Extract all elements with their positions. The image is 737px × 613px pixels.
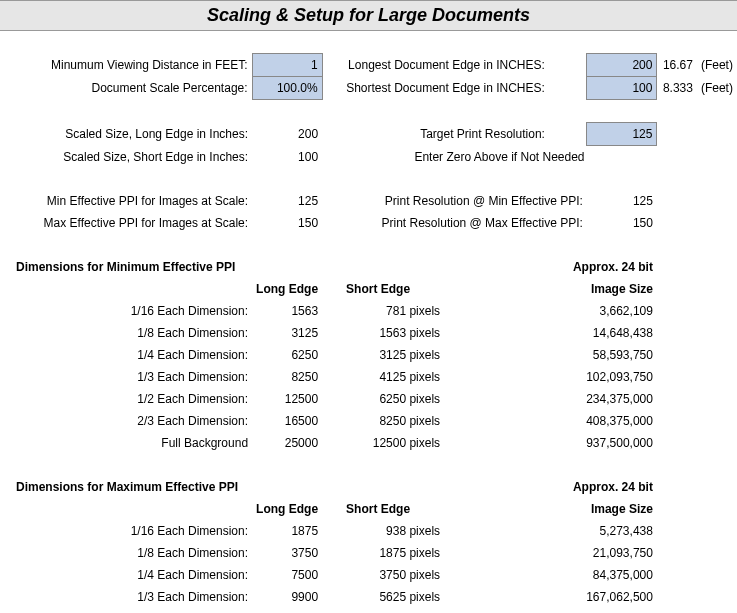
long-value: 3750 xyxy=(252,542,322,564)
table-row: 1/16 Each Dimension:1563781 pixels3,662,… xyxy=(0,300,737,322)
dim-label: 1/8 Each Dimension: xyxy=(12,322,252,344)
scaled-long-value: 200 xyxy=(252,123,322,146)
approx-header: Approx. 24 bit xyxy=(549,476,657,498)
long-value: 7500 xyxy=(252,564,322,586)
long-value: 8250 xyxy=(252,366,322,388)
image-size-value: 234,375,000 xyxy=(549,388,657,410)
table-row: 1/8 Each Dimension:31251563 pixels14,648… xyxy=(0,322,737,344)
dim-label: 1/4 Each Dimension: xyxy=(12,344,252,366)
image-size-value: 937,500,000 xyxy=(549,432,657,454)
approx-header: Approx. 24 bit xyxy=(549,256,657,278)
short-edge-header: Short Edge xyxy=(342,278,549,300)
table-row: 1/4 Each Dimension:75003750 pixels84,375… xyxy=(0,564,737,586)
long-value: 25000 xyxy=(252,432,322,454)
scaled-long-label: Scaled Size, Long Edge in Inches: xyxy=(12,123,252,146)
image-size-value: 84,375,000 xyxy=(549,564,657,586)
long-value: 16500 xyxy=(252,410,322,432)
short-cell: 3125 pixels xyxy=(342,344,549,366)
print-min-label: Print Resolution @ Min Effective PPI: xyxy=(342,190,587,212)
short-cell: 1875 pixels xyxy=(342,542,549,564)
image-size-value: 337,500,000 xyxy=(549,608,657,613)
longest-edge-feet: 16.67 xyxy=(657,54,697,77)
min-view-dist-input[interactable]: 1 xyxy=(252,54,322,77)
min-ppi-value: 125 xyxy=(252,190,322,212)
dim-label: 1/2 Each Dimension: xyxy=(12,608,252,613)
image-size-header: Image Size xyxy=(549,278,657,300)
dim-label: 1/16 Each Dimension: xyxy=(12,300,252,322)
scaled-short-label: Scaled Size, Short Edge in Inches: xyxy=(12,146,252,169)
doc-scale-input[interactable]: 100.0% xyxy=(252,77,322,100)
print-min-value: 125 xyxy=(587,190,657,212)
short-cell: 6250 pixels xyxy=(342,388,549,410)
long-edge-header: Long Edge xyxy=(252,498,322,520)
target-res-input[interactable]: 125 xyxy=(587,123,657,146)
short-cell: 938 pixels xyxy=(342,520,549,542)
feet-unit-2: (Feet) xyxy=(697,77,737,100)
long-value: 1875 xyxy=(252,520,322,542)
long-value: 12500 xyxy=(252,388,322,410)
dim-label: 1/8 Each Dimension: xyxy=(12,542,252,564)
image-size-value: 102,093,750 xyxy=(549,366,657,388)
page-title: Scaling & Setup for Large Documents xyxy=(0,1,737,31)
image-size-value: 408,375,000 xyxy=(549,410,657,432)
long-value: 1563 xyxy=(252,300,322,322)
long-value: 15000 xyxy=(252,608,322,613)
shortest-edge-input[interactable]: 100 xyxy=(587,77,657,100)
section-title: Dimensions for Minimum Effective PPI xyxy=(12,256,252,278)
short-cell: 5625 pixels xyxy=(342,586,549,608)
short-cell: 781 pixels xyxy=(342,300,549,322)
image-size-value: 167,062,500 xyxy=(549,586,657,608)
short-cell: 4125 pixels xyxy=(342,366,549,388)
long-value: 3125 xyxy=(252,322,322,344)
image-size-header: Image Size xyxy=(549,498,657,520)
dim-label: 1/2 Each Dimension: xyxy=(12,388,252,410)
image-size-value: 14,648,438 xyxy=(549,322,657,344)
dim-label: 1/16 Each Dimension: xyxy=(12,520,252,542)
dim-label: 1/3 Each Dimension: xyxy=(12,366,252,388)
shortest-edge-feet: 8.333 xyxy=(657,77,697,100)
table-row: 1/8 Each Dimension:37501875 pixels21,093… xyxy=(0,542,737,564)
table-row: 1/2 Each Dimension:125006250 pixels234,3… xyxy=(0,388,737,410)
min-view-dist-label: Minumum Viewing Distance in FEET: xyxy=(12,54,252,77)
dim-label: 2/3 Each Dimension: xyxy=(12,410,252,432)
zero-note: Enter Zero Above if Not Needed xyxy=(342,146,657,169)
short-cell: 1563 pixels xyxy=(342,322,549,344)
scaled-short-value: 100 xyxy=(252,146,322,169)
dim-label: Full Background xyxy=(12,432,252,454)
spreadsheet: Scaling & Setup for Large Documents Minu… xyxy=(0,0,737,613)
doc-scale-label: Document Scale Percentage: xyxy=(12,77,252,100)
short-edge-header: Short Edge xyxy=(342,498,549,520)
table-row: 1/3 Each Dimension:99005625 pixels167,06… xyxy=(0,586,737,608)
table-row: 2/3 Each Dimension:165008250 pixels408,3… xyxy=(0,410,737,432)
table-row: 1/16 Each Dimension:1875938 pixels5,273,… xyxy=(0,520,737,542)
table-row: 1/4 Each Dimension:62503125 pixels58,593… xyxy=(0,344,737,366)
min-ppi-label: Min Effective PPI for Images at Scale: xyxy=(12,190,252,212)
image-size-value: 58,593,750 xyxy=(549,344,657,366)
image-size-value: 5,273,438 xyxy=(549,520,657,542)
short-cell: 8250 pixels xyxy=(342,410,549,432)
print-max-label: Print Resolution @ Max Effective PPI: xyxy=(342,212,587,234)
image-size-value: 3,662,109 xyxy=(549,300,657,322)
table-row: 1/2 Each Dimension:150007500 pixels337,5… xyxy=(0,608,737,613)
max-ppi-value: 150 xyxy=(252,212,322,234)
target-res-label: Target Print Resolution: xyxy=(342,123,549,146)
print-max-value: 150 xyxy=(587,212,657,234)
max-ppi-label: Max Effective PPI for Images at Scale: xyxy=(12,212,252,234)
long-value: 9900 xyxy=(252,586,322,608)
long-value: 6250 xyxy=(252,344,322,366)
long-edge-header: Long Edge xyxy=(252,278,322,300)
table-row: 1/3 Each Dimension:82504125 pixels102,09… xyxy=(0,366,737,388)
image-size-value: 21,093,750 xyxy=(549,542,657,564)
short-cell: 7500 pixels xyxy=(342,608,549,613)
table-row: Full Background2500012500 pixels937,500,… xyxy=(0,432,737,454)
short-cell: 12500 pixels xyxy=(342,432,549,454)
short-cell: 3750 pixels xyxy=(342,564,549,586)
longest-edge-label: Longest Document Edge in INCHES: xyxy=(342,54,549,77)
feet-unit: (Feet) xyxy=(697,54,737,77)
longest-edge-input[interactable]: 200 xyxy=(587,54,657,77)
dim-label: 1/4 Each Dimension: xyxy=(12,564,252,586)
section-title: Dimensions for Maximum Effective PPI xyxy=(12,476,252,498)
dim-label: 1/3 Each Dimension: xyxy=(12,586,252,608)
shortest-edge-label: Shortest Document Edge in INCHES: xyxy=(342,77,549,100)
